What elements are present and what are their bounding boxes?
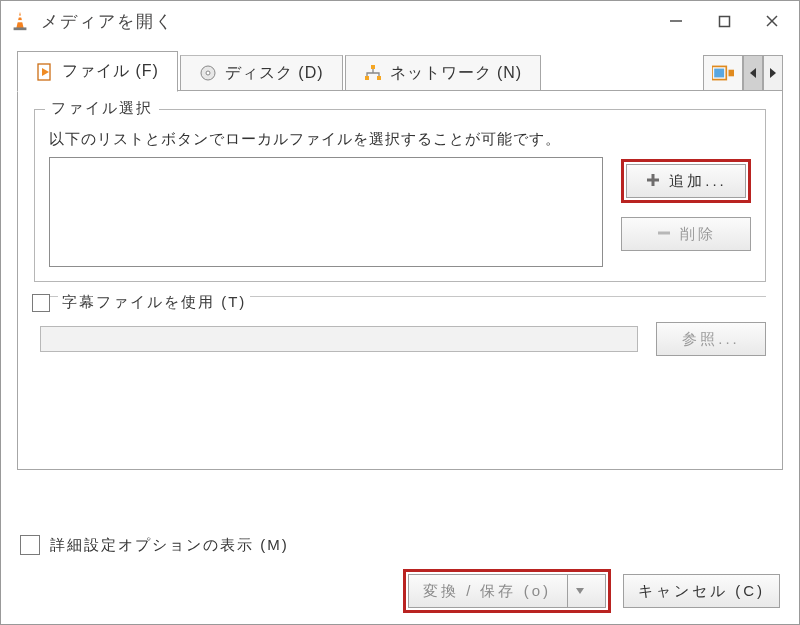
group-legend: ファイル選択 bbox=[45, 99, 159, 118]
window-title: メディアを開く bbox=[41, 10, 653, 33]
advanced-options-label: 詳細設定オプションの表示 (M) bbox=[50, 536, 289, 555]
cancel-button[interactable]: キャンセル (C) bbox=[623, 574, 780, 608]
button-label: 削除 bbox=[680, 225, 716, 244]
disc-icon bbox=[199, 64, 217, 82]
svg-point-11 bbox=[206, 71, 210, 75]
add-file-button[interactable]: 追加... bbox=[626, 164, 746, 198]
tab-disc[interactable]: ディスク (D) bbox=[180, 55, 343, 91]
svg-marker-18 bbox=[750, 68, 756, 78]
close-button[interactable] bbox=[749, 4, 795, 38]
highlight-convert: 変換 / 保存 (o) bbox=[403, 569, 611, 613]
svg-rect-3 bbox=[14, 27, 27, 30]
svg-rect-17 bbox=[729, 70, 735, 77]
svg-rect-13 bbox=[365, 76, 369, 80]
chevron-down-icon[interactable] bbox=[567, 575, 591, 607]
file-help-text: 以下のリストとボタンでローカルファイルを選択することが可能です。 bbox=[49, 130, 751, 149]
svg-marker-23 bbox=[576, 588, 584, 594]
tab-file[interactable]: ファイル (F) bbox=[17, 51, 178, 92]
minus-icon bbox=[656, 225, 672, 244]
subtitle-checkbox-label: 字幕ファイルを使用 (T) bbox=[58, 293, 250, 312]
svg-rect-16 bbox=[714, 69, 724, 78]
tab-network[interactable]: ネットワーク (N) bbox=[345, 55, 542, 91]
svg-rect-5 bbox=[719, 16, 729, 26]
highlight-add: 追加... bbox=[621, 159, 751, 203]
svg-marker-19 bbox=[770, 68, 776, 78]
file-list[interactable] bbox=[49, 157, 603, 267]
svg-rect-1 bbox=[17, 16, 23, 18]
maximize-button[interactable] bbox=[701, 4, 747, 38]
subtitle-checkbox[interactable] bbox=[32, 294, 50, 312]
convert-save-button[interactable]: 変換 / 保存 (o) bbox=[408, 574, 606, 608]
network-icon bbox=[364, 64, 382, 82]
svg-rect-2 bbox=[17, 20, 24, 22]
svg-rect-14 bbox=[377, 76, 381, 80]
svg-marker-0 bbox=[16, 12, 23, 29]
tab-panel-file: ファイル選択 以下のリストとボタンでローカルファイルを選択することが可能です。 … bbox=[17, 90, 783, 470]
button-label: 参照... bbox=[682, 330, 740, 349]
file-selection-group: ファイル選択 以下のリストとボタンでローカルファイルを選択することが可能です。 … bbox=[34, 109, 766, 282]
tab-capture[interactable] bbox=[703, 55, 743, 91]
tab-label: ディスク (D) bbox=[225, 63, 324, 84]
svg-marker-9 bbox=[42, 68, 49, 76]
subtitle-path-input bbox=[40, 326, 638, 352]
titlebar: メディアを開く bbox=[1, 1, 799, 41]
tab-scroll-left[interactable] bbox=[743, 55, 763, 91]
file-play-icon bbox=[36, 63, 54, 81]
advanced-options-checkbox[interactable] bbox=[20, 535, 40, 555]
tab-label: ファイル (F) bbox=[62, 61, 159, 82]
button-label: キャンセル (C) bbox=[638, 582, 765, 601]
subtitle-section: 字幕ファイルを使用 (T) 参照... bbox=[34, 285, 766, 356]
tab-label: ネットワーク (N) bbox=[390, 63, 523, 84]
tab-strip: ファイル (F) ディスク (D) ネットワーク (N) bbox=[17, 51, 783, 91]
minimize-button[interactable] bbox=[653, 4, 699, 38]
remove-file-button[interactable]: 削除 bbox=[621, 217, 751, 251]
button-label: 変換 / 保存 (o) bbox=[423, 582, 551, 601]
app-icon bbox=[9, 10, 31, 32]
plus-icon bbox=[645, 172, 661, 191]
tab-scroll-right[interactable] bbox=[763, 55, 783, 91]
subtitle-browse-button[interactable]: 参照... bbox=[656, 322, 766, 356]
button-label: 追加... bbox=[669, 172, 727, 191]
svg-rect-12 bbox=[371, 65, 375, 69]
